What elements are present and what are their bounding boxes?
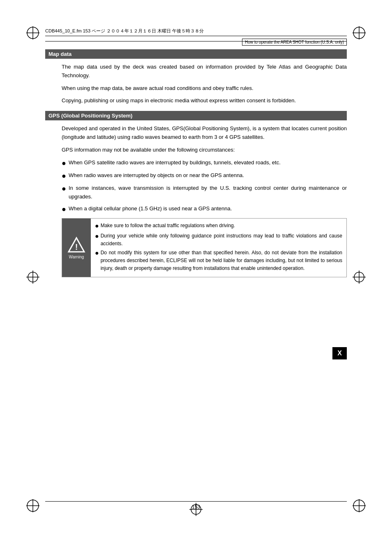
left-center-mark	[25, 269, 40, 286]
section-header-gps: GPS (Global Positioning System)	[45, 111, 347, 120]
corner-mark-bl	[25, 497, 41, 514]
file-info-text: CDB445_10_E.fm 153 ページ ２００４年１２月１６日 木曜日 午…	[45, 28, 204, 34]
section-map-data: Map data The map data used by the deck w…	[45, 49, 347, 105]
page-number: 153	[192, 504, 200, 510]
warning-bullet-dot-1: ●	[95, 222, 99, 230]
gps-bullet-list: ● When GPS satellite radio waves are int…	[45, 159, 347, 214]
top-meta-bar: CDB445_10_E.fm 153 ページ ２００４年１２月１６日 木曜日 午…	[45, 28, 347, 36]
warning-label: Warning	[69, 255, 84, 259]
warning-triangle-icon: !	[67, 237, 85, 253]
corner-mark-tl	[25, 25, 41, 41]
warning-box: ! Warning ● Make sure to follow the actu…	[62, 218, 347, 277]
warning-item-2: ● During your vehicle while only followi…	[95, 232, 342, 247]
warning-item-text-3: Do not modify this system for use other …	[101, 249, 342, 272]
right-center-mark	[352, 269, 367, 286]
warning-bullet-dot-3: ●	[95, 249, 99, 258]
map-data-para-2: When using the map data, be aware actual…	[45, 84, 347, 93]
page: CDB445_10_E.fm 153 ページ ２００４年１２月１６日 木曜日 午…	[0, 0, 392, 555]
gps-bullet-text-1: When GPS satellite radio waves are inter…	[69, 159, 347, 167]
warning-item-text-2: During your vehicle while only following…	[101, 232, 342, 247]
warning-item-3: ● Do not modify this system for use othe…	[95, 249, 342, 272]
warning-bullet-dot-2: ●	[95, 232, 99, 241]
gps-bullet-4: ● When a digital cellular phone (1.5 GHz…	[62, 205, 347, 214]
bullet-dot-3: ●	[62, 184, 66, 193]
map-data-para-1: The map data used by the deck was create…	[45, 63, 347, 80]
bottom-rule	[45, 501, 347, 502]
gps-para-2: GPS information may not be available und…	[45, 146, 347, 154]
gps-bullet-text-2: When radio waves are interrupted by obje…	[69, 171, 347, 180]
bullet-dot-1: ●	[62, 159, 66, 168]
corner-mark-tr	[351, 25, 367, 41]
warning-content: ● Make sure to follow the actual traffic…	[91, 219, 346, 277]
gps-bullet-3: ● In some instances, wave transmission i…	[62, 184, 347, 201]
svg-text:!: !	[75, 242, 78, 251]
bullet-dot-2: ●	[62, 171, 66, 181]
gps-bullet-text-3: In some instances, wave transmission is …	[69, 184, 347, 201]
warning-item-1: ● Make sure to follow the actual traffic…	[95, 222, 342, 230]
gps-bullet-1: ● When GPS satellite radio waves are int…	[62, 159, 347, 168]
gps-bullet-text-4: When a digital cellular phone (1.5 GHz) …	[69, 205, 347, 213]
warning-item-text-1: Make sure to follow the actual traffic r…	[101, 222, 342, 230]
main-content: Map data The map data used by the deck w…	[45, 49, 347, 277]
section-header-map-data: Map data	[45, 49, 347, 59]
corner-mark-br	[351, 497, 367, 514]
warning-icon-area: ! Warning	[62, 219, 91, 277]
x-tab: X	[332, 347, 347, 359]
header-right-label: How to operate the AREA SHOT function (U…	[242, 39, 347, 46]
map-data-para-3: Copying, publishing or using maps in ele…	[45, 97, 347, 105]
section-gps: GPS (Global Positioning System) Develope…	[45, 111, 347, 277]
gps-bullet-2: ● When radio waves are interrupted by ob…	[62, 171, 347, 181]
bullet-dot-4: ●	[62, 205, 66, 214]
gps-para-1: Developed and operated in the United Sta…	[45, 124, 347, 142]
